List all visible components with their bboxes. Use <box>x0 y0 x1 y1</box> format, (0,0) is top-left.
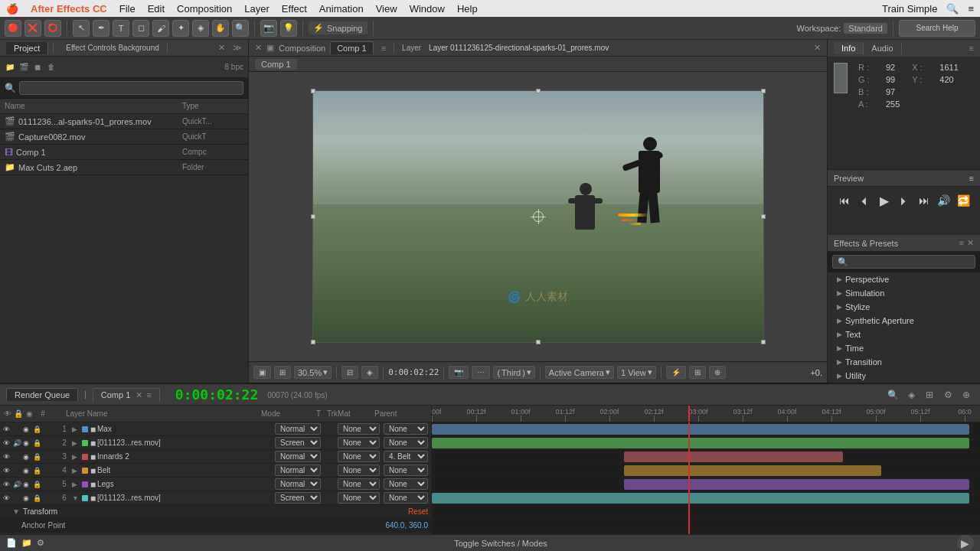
trkmat-select-5[interactable]: None <box>338 478 380 490</box>
project-item-1[interactable]: 🎬 Capture0082.mov QuickT <box>0 129 248 145</box>
solo-icon-1[interactable]: ◉ <box>23 425 32 433</box>
project-item-2[interactable]: 🎞 Comp 1 Compc <box>0 145 248 160</box>
audio-btn[interactable]: 🔊 <box>936 193 952 208</box>
layer-trkmat-1[interactable]: None <box>338 423 384 435</box>
tab-audio[interactable]: Audio <box>864 42 901 54</box>
effect-item-1[interactable]: ▶ Simulation <box>828 286 980 300</box>
trkmat-select-2[interactable]: None <box>338 437 380 448</box>
menu-layer[interactable]: Layer <box>244 3 270 15</box>
effects-panel-close[interactable]: ✕ <box>967 238 974 248</box>
solo-icon-6[interactable]: ◉ <box>23 494 32 502</box>
layer-name-3[interactable]: Innards 2 <box>97 452 275 461</box>
tl-new-folder-icon[interactable]: 📁 <box>21 538 32 548</box>
layer-mode-1[interactable]: Normal Screen Add Multiply <box>275 423 328 435</box>
toolbar-btn-2[interactable]: ❌ <box>24 20 41 37</box>
eye-icon-1[interactable]: 👁 <box>3 425 12 433</box>
comp-toggle-btn[interactable]: ▣ <box>253 366 271 379</box>
menu-file[interactable]: File <box>119 3 136 15</box>
track-bar-1[interactable] <box>432 438 969 448</box>
timeline-timecode[interactable]: 0:00:02:22 <box>175 386 258 403</box>
layer-parent-2[interactable]: None <box>384 437 428 448</box>
camera-dropdown[interactable]: Active Camera ▾ <box>545 366 614 379</box>
comp-tab-close[interactable]: ✕ <box>136 390 142 399</box>
clone-tool[interactable]: ✦ <box>172 20 189 37</box>
mode-select-1[interactable]: Normal Screen Add Multiply <box>275 423 321 435</box>
effects-expand[interactable]: ≡ <box>959 239 964 247</box>
tl-settings-icon[interactable]: ⚙ <box>37 538 44 548</box>
mode-select-5[interactable]: Normal Screen Add Multiply <box>275 478 321 490</box>
new-folder-icon[interactable]: 📁 <box>5 62 15 73</box>
tab-project[interactable]: Project <box>6 42 48 54</box>
reset-btn[interactable]: Reset <box>408 507 428 516</box>
effect-item-4[interactable]: ▶ Text <box>828 328 980 341</box>
menu-effect[interactable]: Effect <box>282 3 307 15</box>
lock-icon-2[interactable]: 🔒 <box>33 439 42 447</box>
zoom-tool[interactable]: 🔍 <box>232 20 249 37</box>
transparency-btn[interactable]: ⊞ <box>689 366 706 379</box>
effects-search-input[interactable] <box>832 255 975 269</box>
parent-select-5[interactable]: None <box>384 478 428 490</box>
lock-icon-3[interactable]: 🔒 <box>33 453 42 461</box>
layer-trkmat-4[interactable]: None <box>338 465 384 476</box>
expand-3[interactable]: ▶ <box>72 453 80 461</box>
layer-parent-6[interactable]: None <box>384 492 428 504</box>
layer-parent-4[interactable]: None <box>384 465 428 476</box>
handle-tr[interactable] <box>761 89 766 93</box>
trkmat-select-4[interactable]: None <box>338 465 380 476</box>
expand-1[interactable]: ▶ <box>72 425 80 433</box>
expand-2[interactable]: ▶ <box>72 439 80 447</box>
parent-select-4[interactable]: None <box>384 465 428 476</box>
pen-tool[interactable]: ✒ <box>93 20 109 37</box>
solo-icon-4[interactable]: ◉ <box>23 467 32 474</box>
project-item-0[interactable]: 🎬 0111236...al-sparks-01_prores.mov Quic… <box>0 114 248 129</box>
layer-name-4[interactable]: Belt <box>97 466 275 474</box>
shape-tool[interactable]: ◻ <box>132 20 149 37</box>
parent-select-1[interactable]: None <box>384 423 428 435</box>
layer-name-1[interactable]: Max <box>97 425 275 433</box>
comp-panel-expand[interactable]: ✕ <box>814 43 821 53</box>
left-panel-expand[interactable]: ≫ <box>233 43 242 53</box>
view-options-btn[interactable]: ◈ <box>361 366 378 379</box>
tl-new-layer-icon[interactable]: 📄 <box>6 538 17 548</box>
toolbar-btn-3[interactable]: ⭕ <box>44 20 61 37</box>
roto-tool[interactable]: ◈ <box>192 20 209 37</box>
tl-snap-btn[interactable]: ⊕ <box>959 387 974 403</box>
mode-select-4[interactable]: Normal Screen Add Multiply <box>275 465 321 476</box>
tl-graph-btn[interactable]: ⊞ <box>922 387 937 403</box>
hand-tool[interactable]: ✋ <box>212 20 229 37</box>
effect-item-0[interactable]: ▶ Perspective <box>828 272 980 286</box>
layer-row-3[interactable]: 👁 ◉ 🔒 3 ▶ ◼ Innards 2 Normal Screen Add … <box>0 450 431 464</box>
handle-ml[interactable] <box>311 214 315 219</box>
track-bar-4[interactable] <box>624 479 969 490</box>
menu-list-icon[interactable]: ≡ <box>968 3 974 15</box>
mode-select-6[interactable]: Screen Screen Add Multiply <box>275 492 321 504</box>
transform-expand[interactable]: ▼ <box>12 507 20 516</box>
delete-icon[interactable]: 🗑 <box>46 62 57 73</box>
comp-close[interactable]: ✕ <box>255 43 262 53</box>
lock-icon-4[interactable]: 🔒 <box>33 467 42 474</box>
new-comp-icon[interactable]: 🎬 <box>18 62 29 73</box>
play-icon-bottom[interactable]: ▶ <box>957 535 974 552</box>
view-mode-dropdown[interactable]: ( Third ) ▾ <box>493 366 534 379</box>
layer-mode-2[interactable]: Screen Screen Add Multiply <box>275 437 328 448</box>
track-bar-0[interactable] <box>432 424 969 435</box>
project-search-input[interactable] <box>19 81 243 95</box>
resolution-btn[interactable]: ⊟ <box>341 366 358 379</box>
layer-mode-3[interactable]: Normal Screen Add Multiply <box>275 451 328 462</box>
effect-item-2[interactable]: ▶ Stylize <box>828 300 980 314</box>
handle-bl[interactable] <box>311 340 315 344</box>
handle-tm[interactable] <box>536 89 541 93</box>
trkmat-select-3[interactable]: None <box>338 451 380 462</box>
expand-4[interactable]: ▶ <box>72 467 80 474</box>
new-item-icon[interactable]: ◼ <box>32 62 43 73</box>
views-dropdown[interactable]: 1 View ▾ <box>617 366 656 379</box>
layer-trkmat-3[interactable]: None <box>338 451 384 462</box>
menu-composition[interactable]: Composition <box>177 3 232 15</box>
overlay-btn[interactable]: ⊕ <box>709 366 726 379</box>
handle-tl[interactable] <box>311 89 315 93</box>
layer-name-5[interactable]: Legs <box>97 480 275 488</box>
parent-select-6[interactable]: None <box>384 492 428 504</box>
comp-canvas[interactable]: 🌀 人人素材 <box>249 72 827 361</box>
loop-btn[interactable]: 🔁 <box>956 193 972 208</box>
layer-mode-6[interactable]: Screen Screen Add Multiply <box>275 492 328 504</box>
